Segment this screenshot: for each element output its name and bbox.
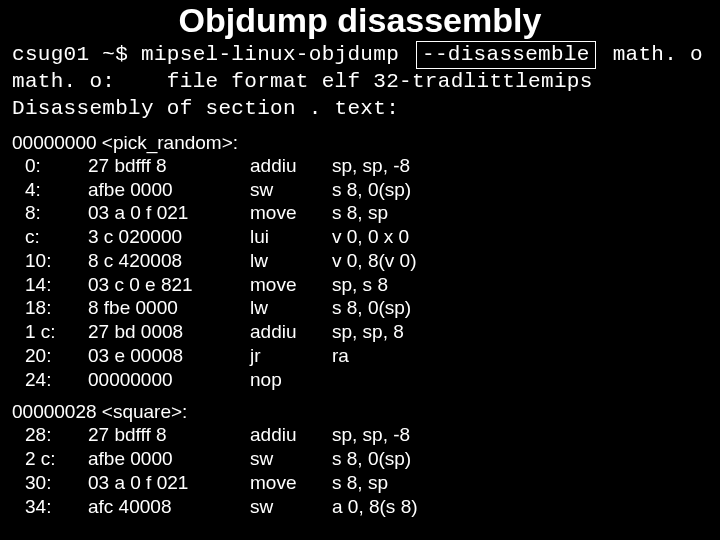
- asm-hex: 8 fbe 0000: [88, 296, 250, 320]
- asm-row: 10:8 c 420008lwv 0, 8(v 0): [12, 249, 708, 273]
- asm-hex: 03 e 00008: [88, 344, 250, 368]
- asm-operands: sp, sp, 8: [332, 320, 708, 344]
- asm-mnemonic: move: [250, 201, 332, 225]
- asm-hex: 27 bdfff 8: [88, 154, 250, 178]
- asm-operands: sp, s 8: [332, 273, 708, 297]
- asm-mnemonic: lui: [250, 225, 332, 249]
- asm-hex: 8 c 420008: [88, 249, 250, 273]
- asm-row: 28:27 bdfff 8addiusp, sp, -8: [12, 423, 708, 447]
- asm-mnemonic: addiu: [250, 154, 332, 178]
- asm-offset: 28:: [12, 423, 88, 447]
- asm-mnemonic: addiu: [250, 423, 332, 447]
- asm-operands: s 8, sp: [332, 471, 708, 495]
- asm-row: 30:03 a 0 f 021moves 8, sp: [12, 471, 708, 495]
- asm-operands: a 0, 8(s 8): [332, 495, 708, 519]
- asm-offset: 20:: [12, 344, 88, 368]
- asm-offset: 14:: [12, 273, 88, 297]
- asm-offset: 2 c:: [12, 447, 88, 471]
- command-line: csug01 ~$ mipsel-linux-objdump --disasse…: [0, 40, 720, 69]
- shell-prompt: csug01 ~$: [12, 43, 128, 66]
- asm-mnemonic: sw: [250, 178, 332, 202]
- asm-offset: 4:: [12, 178, 88, 202]
- asm-mnemonic: jr: [250, 344, 332, 368]
- asm-row: c:3 c 020000luiv 0, 0 x 0: [12, 225, 708, 249]
- asm-offset: 0:: [12, 154, 88, 178]
- asm-offset: 18:: [12, 296, 88, 320]
- disassembly-listing: 00000000 <pick_random>:0:27 bdfff 8addiu…: [0, 122, 720, 519]
- asm-operands: sp, sp, -8: [332, 154, 708, 178]
- asm-offset: 1 c:: [12, 320, 88, 344]
- asm-hex: 03 a 0 f 021: [88, 201, 250, 225]
- asm-function-header: 00000028 <square>:: [12, 401, 708, 423]
- asm-operands: s 8, 0(sp): [332, 296, 708, 320]
- asm-hex: 03 a 0 f 021: [88, 471, 250, 495]
- asm-operands: v 0, 8(v 0): [332, 249, 708, 273]
- asm-function-block: 00000028 <square>:28:27 bdfff 8addiusp, …: [0, 391, 720, 518]
- command-flag: --disassemble: [416, 41, 596, 69]
- asm-mnemonic: move: [250, 471, 332, 495]
- asm-offset: 8:: [12, 201, 88, 225]
- asm-offset: c:: [12, 225, 88, 249]
- asm-hex: afbe 0000: [88, 178, 250, 202]
- asm-operands: s 8, sp: [332, 201, 708, 225]
- asm-row: 34:afc 40008swa 0, 8(s 8): [12, 495, 708, 519]
- asm-offset: 10:: [12, 249, 88, 273]
- asm-mnemonic: move: [250, 273, 332, 297]
- asm-operands: s 8, 0(sp): [332, 447, 708, 471]
- asm-operands: v 0, 0 x 0: [332, 225, 708, 249]
- asm-mnemonic: sw: [250, 447, 332, 471]
- asm-row: 2 c:afbe 0000sws 8, 0(sp): [12, 447, 708, 471]
- asm-offset: 30:: [12, 471, 88, 495]
- asm-row: 0:27 bdfff 8addiusp, sp, -8: [12, 154, 708, 178]
- asm-operands: ra: [332, 344, 708, 368]
- asm-hex: afbe 0000: [88, 447, 250, 471]
- asm-row: 1 c:27 bd 0008addiusp, sp, 8: [12, 320, 708, 344]
- asm-hex: 3 c 020000: [88, 225, 250, 249]
- asm-operands: s 8, 0(sp): [332, 178, 708, 202]
- asm-offset: 34:: [12, 495, 88, 519]
- asm-operands: [332, 368, 708, 392]
- asm-mnemonic: addiu: [250, 320, 332, 344]
- asm-offset: 24:: [12, 368, 88, 392]
- asm-row: 24:00000000nop: [12, 368, 708, 392]
- asm-hex: 00000000: [88, 368, 250, 392]
- asm-row: 20:03 e 00008jrra: [12, 344, 708, 368]
- asm-mnemonic: lw: [250, 249, 332, 273]
- asm-row: 18:8 fbe 0000lws 8, 0(sp): [12, 296, 708, 320]
- asm-operands: sp, sp, -8: [332, 423, 708, 447]
- tool-name: mipsel-linux-objdump: [141, 43, 399, 66]
- asm-function-header: 00000000 <pick_random>:: [12, 132, 708, 154]
- asm-row: 14:03 c 0 e 821movesp, s 8: [12, 273, 708, 297]
- asm-hex: 27 bd 0008: [88, 320, 250, 344]
- asm-function-block: 00000000 <pick_random>:0:27 bdfff 8addiu…: [0, 122, 720, 392]
- asm-hex: afc 40008: [88, 495, 250, 519]
- asm-hex: 03 c 0 e 821: [88, 273, 250, 297]
- asm-mnemonic: nop: [250, 368, 332, 392]
- disassembly-section-line: Disassembly of section . text:: [0, 96, 720, 122]
- asm-mnemonic: lw: [250, 296, 332, 320]
- file-format-line: math. o: file format elf 32-tradlittlemi…: [0, 69, 720, 95]
- page-title: Objdump disassembly: [0, 0, 720, 40]
- asm-row: 4:afbe 0000sws 8, 0(sp): [12, 178, 708, 202]
- asm-row: 8:03 a 0 f 021moves 8, sp: [12, 201, 708, 225]
- asm-mnemonic: sw: [250, 495, 332, 519]
- command-file: math. o: [613, 43, 703, 66]
- asm-hex: 27 bdfff 8: [88, 423, 250, 447]
